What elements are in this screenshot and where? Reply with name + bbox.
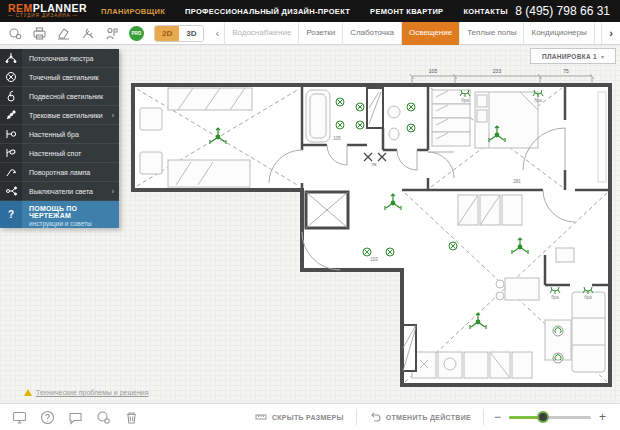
- tab-flooring[interactable]: Наполь: [594, 22, 602, 45]
- record-icon[interactable]: [96, 410, 111, 425]
- remplanner-app: REMPLANNER — СТУДИЯ ДИЗАЙНА — ПЛАНИРОВЩИ…: [0, 0, 620, 430]
- pendant-icon: [0, 87, 22, 106]
- pro-badge: PRO: [129, 26, 144, 41]
- tech-problems-label: Технические проблемы и решения: [36, 389, 149, 396]
- svg-text:бра: бра: [551, 295, 559, 300]
- question-icon: ?: [0, 201, 22, 228]
- presenter-icon[interactable]: [104, 26, 119, 41]
- sidebar-item-track[interactable]: Трековые светильники›: [0, 106, 119, 125]
- undo-icon: [369, 411, 381, 423]
- sconce-icon: [0, 125, 22, 144]
- zoom-out-button[interactable]: −: [494, 411, 501, 423]
- logo-subtitle: — СТУДИЯ ДИЗАЙНА —: [8, 14, 87, 19]
- plan-tab[interactable]: ПЛАНИРОВКА 1 ▾: [530, 48, 616, 64]
- trash-icon[interactable]: [124, 410, 139, 425]
- nav-design-project[interactable]: ПРОФЕССИОНАЛЬНЫЙ ДИЗАЙН-ПРОЕКТ: [185, 7, 350, 16]
- light-switches-icon: [0, 182, 22, 201]
- swivel-lamp-icon: [0, 163, 22, 182]
- svg-text:бра: бра: [461, 98, 469, 103]
- undo-button[interactable]: ОТМЕНИТЬ ДЕЙСТВИЕ: [357, 404, 483, 430]
- help-subtitle: инструкции и советы: [29, 220, 119, 227]
- sidebar-item-chandelier[interactable]: Потолочная люстра: [0, 49, 119, 68]
- bottom-bar-right: СКРЫТЬ РАЗМЕРЫ ОТМЕНИТЬ ДЕЙСТВИЕ − +: [243, 404, 620, 430]
- tabs-next-icon[interactable]: ›: [601, 22, 620, 44]
- sidebar-item-label: Настенный бра: [29, 131, 79, 138]
- tab-heated-floors[interactable]: Теплые полы: [459, 22, 523, 45]
- dim-233: 233: [493, 68, 502, 74]
- undo-label: ОТМЕНИТЬ ДЕЙСТВИЕ: [386, 414, 471, 421]
- view-3d-button[interactable]: 3D: [179, 26, 203, 41]
- sidebar-item-swivel-lamp[interactable]: Поворотная лампа: [0, 163, 119, 182]
- sidebar-help-item[interactable]: ? ПОМОЩЬ ПО ЧЕРТЕЖАМ инструкции и советы: [0, 201, 119, 228]
- hide-sizes-label: СКРЫТЬ РАЗМЕРЫ: [272, 414, 344, 421]
- view-toggle: 2D 3D: [154, 25, 204, 42]
- svg-text:бра: бра: [534, 98, 542, 103]
- phone-number: 8 (495) 798 66 31: [515, 4, 610, 18]
- tab-lighting[interactable]: Освещение: [401, 22, 459, 45]
- sidebar-item-switches[interactable]: Выключатели света›: [0, 182, 119, 201]
- help-circle-icon[interactable]: [40, 410, 55, 425]
- nav-contacts[interactable]: КОНТАКТЫ: [463, 7, 507, 16]
- snap-settings-icon[interactable]: [8, 26, 23, 41]
- dim-hall: 103: [370, 257, 378, 262]
- zoom-slider-knob[interactable]: [537, 411, 549, 423]
- sidebar-item-label: Точечный светильник: [29, 74, 99, 81]
- submenu-arrow-icon: ›: [112, 112, 114, 119]
- plan-tab-label: ПЛАНИРОВКА 1: [542, 53, 597, 60]
- zoom-control: − +: [484, 411, 620, 423]
- sidebar-item-label: Трековые светильники: [29, 112, 103, 119]
- main-nav: ПЛАНИРОВЩИК ПРОФЕССИОНАЛЬНЫЙ ДИЗАЙН-ПРОЕ…: [101, 7, 508, 16]
- sidebar-item-wall-spot[interactable]: Настенный спот: [0, 144, 119, 163]
- hide-sizes-button[interactable]: СКРЫТЬ РАЗМЕРЫ: [243, 404, 356, 430]
- display-icon[interactable]: [12, 410, 27, 425]
- dim-bedroom: 281: [513, 179, 521, 184]
- dimension-lines: [410, 74, 594, 84]
- toolbar-icons: [0, 26, 127, 41]
- print-icon[interactable]: [32, 26, 47, 41]
- wall-spot-icon: [0, 144, 22, 163]
- lighting-sidebar: Потолочная люстра Точечный светильник Тр…: [0, 49, 119, 228]
- view-2d-button[interactable]: 2D: [155, 26, 179, 41]
- zoom-slider[interactable]: [509, 416, 591, 419]
- help-title: ПОМОЩЬ ПО ЧЕРТЕЖАМ: [29, 205, 119, 219]
- logo-title: REMPLANNER: [8, 3, 87, 14]
- dim-bath: 105: [333, 136, 341, 141]
- nav-planner[interactable]: ПЛАНИРОВЩИК: [101, 7, 165, 16]
- zoom-in-button[interactable]: +: [599, 411, 606, 423]
- sidebar-item-label: Настенный спот: [29, 150, 81, 157]
- svg-text:бра: бра: [584, 295, 592, 300]
- dim-105: 105: [429, 68, 438, 74]
- eraser-icon[interactable]: [56, 26, 71, 41]
- section-tabs: Водоснабжение Розетки Слаботочка Освещен…: [224, 22, 601, 45]
- tab-water[interactable]: Водоснабжение: [224, 22, 298, 45]
- sidebar-item-label: Поворотная лампа: [29, 169, 90, 176]
- sidebar-item-label: Подвесной светильник: [29, 93, 103, 100]
- tech-problems-link[interactable]: Технические проблемы и решения: [24, 389, 149, 396]
- tools-icon[interactable]: [80, 26, 95, 41]
- sidebar-item-spot[interactable]: Точечный светильник: [0, 68, 119, 87]
- tabs-prev-icon[interactable]: ‹: [210, 27, 224, 39]
- chat-icon[interactable]: [68, 410, 83, 425]
- track-lights-icon: [0, 106, 22, 125]
- bottom-bar-icons: [0, 410, 139, 425]
- tab-sockets[interactable]: Розетки: [298, 22, 342, 45]
- ruler-icon: [255, 411, 267, 423]
- tab-lowvoltage[interactable]: Слаботочка: [342, 22, 401, 45]
- nav-remont[interactable]: РЕМОНТ КВАРТИР: [370, 7, 443, 16]
- logo[interactable]: REMPLANNER — СТУДИЯ ДИЗАЙНА —: [8, 3, 87, 19]
- dim-75: 75: [563, 68, 569, 74]
- tab-conditioners[interactable]: Кондиционеры: [523, 22, 593, 45]
- header: REMPLANNER — СТУДИЯ ДИЗАЙНА — ПЛАНИРОВЩИ…: [0, 0, 620, 22]
- sidebar-item-sconce[interactable]: Настенный бра: [0, 125, 119, 144]
- sidebar-item-label: Потолочная люстра: [29, 55, 94, 62]
- toolbar: PRO 2D 3D ‹ Водоснабжение Розетки Слабот…: [0, 22, 620, 45]
- submenu-arrow-icon: ›: [112, 188, 114, 195]
- door-label: пв: [372, 162, 377, 167]
- chandelier-icon: [0, 49, 22, 68]
- sidebar-item-pendant[interactable]: Трековые светильникиПодвесной светильник: [0, 87, 119, 106]
- warning-icon: [24, 389, 32, 396]
- sidebar-item-label: Выключатели света: [29, 188, 93, 195]
- plan-tab-caret-icon: ▾: [601, 53, 604, 60]
- bottom-bar: СКРЫТЬ РАЗМЕРЫ ОТМЕНИТЬ ДЕЙСТВИЕ − +: [0, 403, 620, 430]
- spot-icon: [0, 68, 22, 87]
